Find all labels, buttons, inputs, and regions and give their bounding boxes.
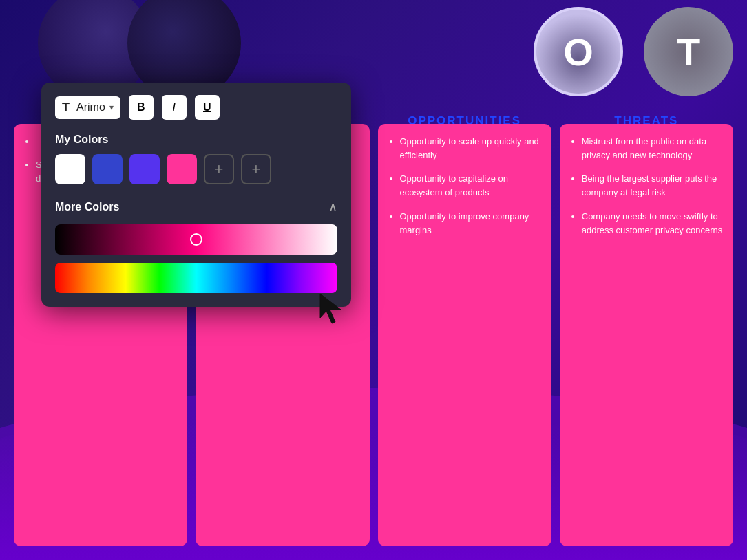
more-colors-chevron-icon: ∧ [328, 200, 337, 215]
threats-card: Mistrust from the public on data privacy… [560, 124, 733, 546]
underline-button[interactable]: U [195, 95, 220, 120]
more-colors-label: More Colors [55, 201, 119, 213]
color-picker-popup: T Arimo ▾ B I U My Colors + + More Color… [41, 83, 351, 307]
gradient-handle[interactable] [190, 233, 202, 246]
list-item: Mistrust from the public on data privacy… [582, 135, 724, 162]
threats-circle: T [644, 7, 733, 96]
more-colors-header[interactable]: More Colors ∧ [55, 200, 337, 215]
swatch-pink[interactable] [167, 154, 197, 184]
opp-thr-circles: O T [534, 7, 733, 96]
cursor-arrow [317, 290, 344, 327]
svg-marker-0 [320, 294, 341, 323]
list-item: Being the largest supplier puts the comp… [582, 172, 724, 200]
font-name-label: Arimo [76, 101, 105, 114]
font-t-icon: T [62, 100, 70, 115]
opportunities-column: Opportunity to scale up quickly and effi… [378, 124, 551, 546]
swatch-violet[interactable] [129, 154, 160, 184]
my-colors-label: My Colors [55, 133, 337, 146]
opportunities-list: Opportunity to scale up quickly and effi… [388, 135, 542, 237]
rainbow-bar[interactable] [55, 263, 337, 293]
threats-column: Mistrust from the public on data privacy… [560, 124, 733, 546]
color-gradient-bar[interactable] [55, 224, 337, 255]
threats-list: Mistrust from the public on data privacy… [569, 135, 724, 237]
font-selector[interactable]: T Arimo ▾ [55, 96, 120, 119]
list-item: Opportunity to scale up quickly and effi… [400, 135, 542, 162]
italic-button[interactable]: I [162, 95, 187, 120]
opportunities-card: Opportunity to scale up quickly and effi… [378, 124, 551, 546]
list-item: Opportunity to capitalize on ecosystem o… [400, 172, 542, 200]
my-colors-swatches: + + [55, 154, 337, 184]
font-chevron-icon: ▾ [109, 103, 114, 112]
opportunities-letter: O [563, 30, 593, 74]
threats-letter: T [677, 30, 700, 74]
add-color-button-1[interactable]: + [204, 154, 234, 184]
toolbar-top-row: T Arimo ▾ B I U [55, 95, 337, 120]
opportunities-circle: O [534, 7, 623, 96]
list-item: Opportunity to improve company margins [400, 210, 542, 237]
swatch-white[interactable] [55, 154, 85, 184]
add-color-button-2[interactable]: + [241, 154, 271, 184]
swatch-blue[interactable] [92, 154, 123, 184]
bold-button[interactable]: B [129, 95, 154, 120]
list-item: Company needs to move swiftly to address… [582, 210, 724, 237]
